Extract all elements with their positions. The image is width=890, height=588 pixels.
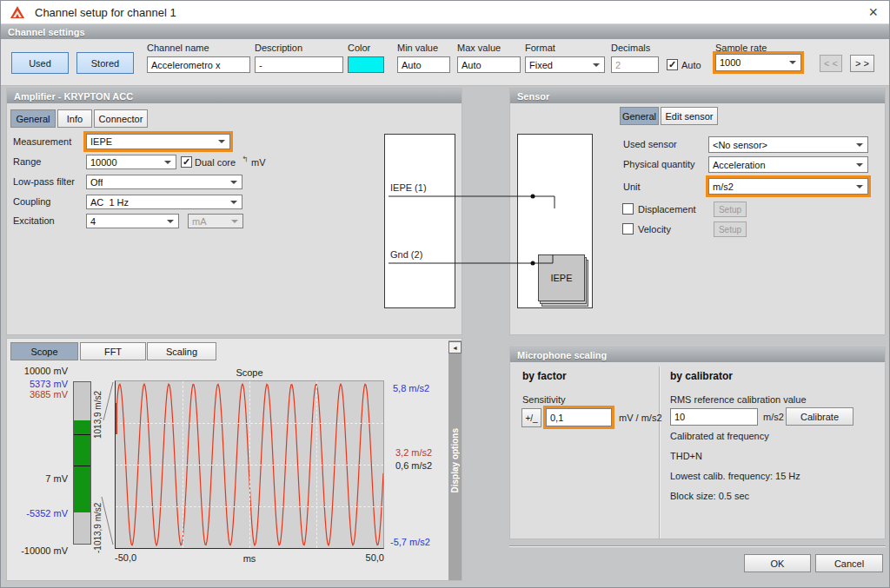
connector-diagram-box: IEPE (1) Gnd (2) [384, 134, 455, 308]
scope-panel: Scope FFT Scaling 10000 mV 5373 mV 3685 … [6, 338, 462, 581]
title-bar: Channel setup for channel 1 × [1, 1, 889, 24]
level-bar-tick [74, 466, 90, 466]
channel-name-input[interactable]: Accelerometro x [147, 56, 250, 73]
displacement-setup-button[interactable]: Setup [714, 202, 747, 217]
scope-plot-title: Scope [115, 367, 384, 378]
scale-bottom-label: -1013,9 m/s2 [93, 492, 103, 553]
velocity-setup-button[interactable]: Setup [714, 221, 747, 237]
sensor-tab-general[interactable]: General [620, 107, 659, 125]
by-calibrator-title: by calibrator [670, 370, 733, 382]
measurement-label: Measurement [13, 136, 71, 147]
chevron-down-icon [167, 220, 174, 223]
color-label: Color [348, 43, 370, 53]
prev-channel-button[interactable]: < < [820, 55, 842, 72]
range-select[interactable]: 10000 [86, 155, 176, 169]
fft-tab[interactable]: FFT [80, 342, 146, 360]
column-divider [659, 367, 660, 538]
chevron-down-icon [231, 220, 238, 223]
velocity-label: Velocity [638, 224, 671, 235]
amplifier-tab-connector[interactable]: Connector [94, 109, 148, 128]
ok-button[interactable]: OK [744, 554, 811, 572]
sensitivity-input[interactable]: 0,1 [546, 408, 612, 426]
scale-top-label: 1013,9 m/s2 [93, 378, 103, 439]
scaling-tab[interactable]: Scaling [147, 342, 216, 360]
used-sensor-select[interactable]: <No sensor> [708, 136, 868, 153]
display-options-strip[interactable]: Display options [448, 340, 462, 580]
physical-quantity-select[interactable]: Acceleration [708, 156, 868, 173]
description-input[interactable]: - [255, 56, 343, 73]
used-button[interactable]: Used [11, 52, 69, 74]
rms-input[interactable]: 10 [670, 408, 758, 426]
decimals-auto-checkbox[interactable] [667, 59, 678, 70]
right-axis-label: -5,7 m/s2 [390, 537, 430, 547]
displacement-checkbox[interactable] [622, 203, 634, 215]
dual-core-label: Dual core [195, 157, 236, 168]
chevron-down-icon [164, 161, 171, 164]
format-select[interactable]: Fixed [525, 56, 605, 73]
iepe-sensor-box: IEPE [538, 254, 585, 301]
close-icon[interactable]: × [868, 3, 878, 21]
right-axis-label: 3,2 m/s2 [395, 447, 432, 458]
coupling-label: Coupling [13, 196, 50, 207]
decimals-input[interactable]: 2 [611, 56, 659, 73]
level-bar-tick [74, 434, 90, 435]
app-logo-icon [10, 6, 25, 19]
dual-core-checkbox[interactable] [181, 156, 192, 168]
velocity-checkbox[interactable] [622, 223, 634, 235]
rms-unit-label: m/s2 [763, 412, 784, 422]
chevron-down-icon [856, 143, 863, 147]
sensitivity-unit-label: mV / m/s2 [619, 413, 662, 423]
channel-settings-header: Channel settings [1, 24, 890, 39]
min-value-input[interactable]: Auto [397, 56, 450, 73]
gridline [316, 381, 317, 548]
measurement-select[interactable]: IEPE [86, 134, 230, 149]
sensor-panel: Sensor IEPE General Edit sensor Used sen… [509, 88, 886, 335]
channel-name-label: Channel name [147, 43, 209, 53]
chevron-down-icon [593, 63, 600, 67]
calibration-info-line: Lowest calib. frequency: 15 Hz [670, 471, 800, 481]
sensor-tab-edit[interactable]: Edit sensor [661, 107, 718, 125]
cancel-button[interactable]: Cancel [815, 554, 883, 572]
max-value-label: Max value [457, 43, 501, 53]
trigger-marker [116, 403, 117, 434]
range-unit-arrow-icon: ↰ [242, 155, 249, 163]
calibrate-button[interactable]: Calibrate [786, 407, 853, 426]
collapse-arrow-icon: ◄ [452, 345, 458, 351]
chevron-down-icon [856, 163, 863, 167]
chevron-down-icon [218, 140, 225, 143]
sample-rate-select[interactable]: 1000 [715, 54, 801, 71]
sensitivity-highlight: 0,1 [543, 406, 614, 429]
rms-label: RMS reference calibration value [670, 394, 807, 405]
gridline [183, 381, 183, 548]
physical-quantity-label: Physical quantity [623, 159, 695, 169]
unit-select[interactable]: m/s2 [708, 178, 868, 195]
amplifier-panel: Amplifier - KRYPTON ACC General Info Con… [6, 88, 462, 335]
unit-highlight: m/s2 [706, 175, 871, 197]
signal-level-bar [73, 381, 91, 545]
chevron-down-icon [230, 201, 237, 204]
coupling-select[interactable]: AC 1 Hz [86, 195, 242, 209]
footer-separator [509, 545, 886, 546]
range-unit-label: mV [251, 157, 266, 168]
max-value-input[interactable]: Auto [457, 56, 521, 73]
next-channel-button[interactable]: > > [850, 55, 874, 72]
scope-tab[interactable]: Scope [10, 342, 78, 360]
display-options-label: Display options [450, 428, 460, 492]
collapse-display-options-button[interactable]: ◄ [448, 341, 462, 353]
amplifier-tab-general[interactable]: General [10, 109, 56, 128]
left-axis-label: 3685 mV [7, 389, 68, 400]
color-swatch[interactable] [348, 56, 384, 73]
left-axis-label: -10000 mV [7, 545, 68, 556]
plus-minus-button[interactable]: +/_ [521, 408, 541, 427]
left-axis-label: 7 mV [7, 473, 68, 484]
pin2-label: Gnd (2) [390, 249, 422, 260]
amplifier-tab-info[interactable]: Info [57, 109, 92, 128]
excitation-select[interactable]: 4 [86, 214, 179, 228]
unit-label: Unit [623, 182, 641, 192]
chevron-down-icon [856, 185, 863, 188]
decimals-auto-label: Auto [681, 60, 701, 70]
excitation-unit-select[interactable]: mA [188, 214, 243, 228]
lowpass-select[interactable]: Off [86, 175, 242, 189]
stored-button[interactable]: Stored [76, 52, 134, 74]
left-axis-label: 5373 mV [7, 379, 68, 389]
